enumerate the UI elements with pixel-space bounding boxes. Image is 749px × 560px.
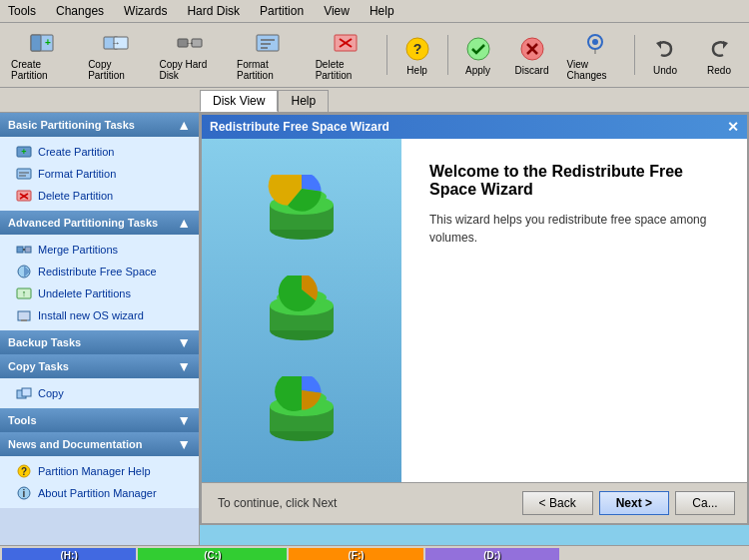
- sidebar-item-redistribute[interactable]: Redistribute Free Space: [0, 261, 199, 282]
- collapse-icon-6: ▼: [177, 436, 191, 452]
- svg-text:→: →: [186, 38, 195, 48]
- svg-marker-26: [723, 41, 728, 49]
- svg-text:+: +: [45, 37, 51, 48]
- svg-text:?: ?: [412, 41, 421, 57]
- wizard-title-bar: Redistribute Free Space Wizard ✕: [202, 115, 747, 139]
- format-partition-button[interactable]: Format Partition: [230, 25, 307, 85]
- collapse-icon-2: ▲: [177, 215, 191, 231]
- menu-changes[interactable]: Changes: [52, 2, 108, 20]
- menu-partition[interactable]: Partition: [256, 2, 308, 20]
- pie-chart-3: [262, 376, 342, 446]
- sidebar-item-create-partition[interactable]: + Create Partition: [0, 141, 199, 163]
- svg-text:?: ?: [21, 466, 27, 477]
- collapse-icon: ▲: [177, 117, 191, 133]
- wizard-close-button[interactable]: ✕: [727, 119, 739, 135]
- sidebar-item-pm-help[interactable]: ? Partition Manager Help: [0, 460, 199, 482]
- menu-bar: Tools Changes Wizards Hard Disk Partitio…: [0, 0, 749, 23]
- svg-rect-1: [31, 35, 41, 51]
- content-area: Redistribute Free Space Wizard ✕: [200, 113, 749, 545]
- partition-bar: (H:) (C:) (F:) (D:): [0, 545, 749, 560]
- basic-tasks-content: + Create Partition Format Partition Dele…: [0, 137, 199, 211]
- partition-d[interactable]: (D:): [425, 548, 559, 561]
- delete-partition-button[interactable]: Delete Partition: [309, 25, 382, 85]
- create-partition-icon: +: [16, 144, 32, 160]
- copy-icon: [16, 385, 32, 401]
- svg-text:→: →: [111, 38, 120, 48]
- menu-view[interactable]: View: [320, 2, 354, 20]
- tabs: Disk View Help: [0, 88, 749, 113]
- format-partition-icon: [16, 166, 32, 182]
- section-news-docs[interactable]: News and Documentation ▼: [0, 432, 199, 456]
- svg-rect-44: [22, 388, 31, 396]
- wizard-heading: Welcome to the Redistribute Free Space W…: [429, 163, 719, 199]
- delete-partition-icon: [16, 188, 32, 204]
- partition-c[interactable]: (C:): [138, 548, 287, 561]
- pie-chart-1: [262, 175, 342, 245]
- sidebar-item-format-partition[interactable]: Format Partition: [0, 163, 199, 185]
- apply-button[interactable]: Apply: [452, 31, 504, 80]
- sidebar-item-about-pm[interactable]: i About Partition Manager: [0, 482, 199, 504]
- svg-rect-41: [18, 311, 30, 320]
- section-basic-tasks[interactable]: Basic Partitioning Tasks ▲: [0, 113, 199, 137]
- menu-hard-disk[interactable]: Hard Disk: [183, 2, 244, 20]
- wizard-title: Redistribute Free Space Wizard: [210, 120, 389, 134]
- wizard-right-panel: Welcome to the Redistribute Free Space W…: [401, 139, 747, 482]
- about-pm-icon: i: [16, 485, 32, 501]
- sidebar-item-copy[interactable]: Copy: [0, 382, 199, 404]
- news-docs-content: ? Partition Manager Help i About Partiti…: [0, 456, 199, 508]
- menu-wizards[interactable]: Wizards: [120, 2, 171, 20]
- wizard-footer: To continue, click Next < Back Next > Ca…: [202, 482, 747, 523]
- undo-button[interactable]: Undo: [639, 31, 691, 80]
- tab-help[interactable]: Help: [278, 90, 329, 112]
- sidebar-item-install-os[interactable]: Install new OS wizard: [0, 304, 199, 326]
- collapse-icon-5: ▼: [177, 412, 191, 428]
- advanced-tasks-content: Merge Partitions Redistribute Free Space…: [0, 235, 199, 330]
- copy-tasks-content: Copy: [0, 378, 199, 408]
- wizard-dialog: Redistribute Free Space Wizard ✕: [200, 113, 749, 525]
- wizard-cancel-button[interactable]: Ca...: [675, 491, 735, 515]
- svg-rect-42: [21, 319, 27, 321]
- wizard-left-panel: [202, 139, 401, 482]
- help-button[interactable]: ? Help: [391, 31, 443, 80]
- section-copy-tasks[interactable]: Copy Tasks ▼: [0, 354, 199, 378]
- wizard-back-button[interactable]: < Back: [522, 491, 593, 515]
- redo-button[interactable]: Redo: [693, 31, 745, 80]
- svg-point-18: [467, 38, 489, 60]
- svg-point-23: [592, 39, 598, 45]
- sidebar: Basic Partitioning Tasks ▲ + Create Part…: [0, 113, 200, 545]
- sidebar-item-delete-partition[interactable]: Delete Partition: [0, 185, 199, 207]
- svg-text:i: i: [23, 488, 26, 499]
- menu-help[interactable]: Help: [366, 2, 398, 20]
- svg-rect-35: [17, 247, 23, 253]
- merge-icon: [16, 242, 32, 258]
- copy-partition-button[interactable]: → Copy Partition: [81, 25, 150, 85]
- pm-help-icon: ?: [16, 463, 32, 479]
- sidebar-item-undelete[interactable]: ↑ Undelete Partitions: [0, 282, 199, 304]
- tab-disk-view[interactable]: Disk View: [200, 90, 278, 112]
- wizard-body: Welcome to the Redistribute Free Space W…: [202, 139, 747, 482]
- sidebar-item-merge-partitions[interactable]: Merge Partitions: [0, 239, 199, 261]
- svg-rect-36: [25, 247, 31, 253]
- create-partition-button[interactable]: + Create Partition: [4, 25, 79, 85]
- menu-tools[interactable]: Tools: [4, 2, 40, 20]
- discard-button[interactable]: Discard: [506, 31, 558, 80]
- copy-hard-disk-button[interactable]: → Copy Hard Disk: [152, 25, 228, 85]
- wizard-next-button[interactable]: Next >: [599, 491, 669, 515]
- undelete-icon: ↑: [16, 285, 32, 301]
- wizard-description: This wizard helps you redistribute free …: [429, 211, 719, 247]
- collapse-icon-4: ▼: [177, 358, 191, 374]
- svg-rect-29: [17, 169, 31, 179]
- svg-text:+: +: [21, 147, 26, 157]
- section-tools[interactable]: Tools ▼: [0, 408, 199, 432]
- partition-h[interactable]: (H:): [2, 548, 136, 561]
- partition-f[interactable]: (F:): [289, 548, 422, 561]
- svg-text:↑: ↑: [22, 288, 27, 298]
- redistribute-icon: [16, 264, 32, 280]
- main-layout: Basic Partitioning Tasks ▲ + Create Part…: [0, 113, 749, 545]
- toolbar: + Create Partition → Copy Partition → Co…: [0, 23, 749, 88]
- section-backup-tasks[interactable]: Backup Tasks ▼: [0, 330, 199, 354]
- svg-marker-25: [656, 41, 661, 49]
- view-changes-button[interactable]: View Changes: [560, 25, 631, 85]
- collapse-icon-3: ▼: [177, 334, 191, 350]
- section-advanced-tasks[interactable]: Advanced Partitioning Tasks ▲: [0, 211, 199, 235]
